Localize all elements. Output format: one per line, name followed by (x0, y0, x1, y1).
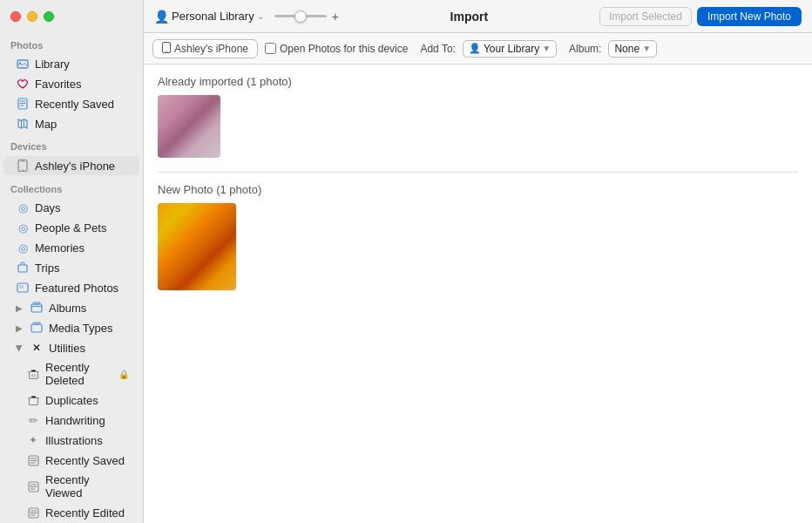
fullscreen-button[interactable] (44, 11, 54, 22)
library-dropdown[interactable]: 👤 Your Library ▼ (463, 40, 557, 58)
sidebar-item-people-pets[interactable]: ◎ People & Pets (3, 218, 139, 237)
sidebar-item-featured[interactable]: Featured Photos (3, 278, 139, 297)
new-photo-1[interactable] (158, 203, 236, 290)
svg-rect-11 (31, 324, 42, 332)
trips-label: Trips (35, 262, 59, 275)
open-photos-checkbox[interactable] (265, 43, 276, 54)
featured-label: Featured Photos (35, 282, 118, 295)
sidebar-item-days[interactable]: ◎ Days (3, 198, 139, 217)
album-dropdown-chevron: ▼ (642, 44, 651, 53)
recently-saved-label: Recently Saved (35, 98, 114, 111)
duplicates-icon (26, 393, 40, 407)
sidebar-item-recently-saved[interactable]: Recently Saved (3, 94, 139, 113)
recently-edited-icon (26, 506, 40, 520)
media-types-icon (30, 321, 44, 335)
sidebar-item-memories[interactable]: ◎ Memories (3, 238, 139, 257)
recently-viewed-icon (26, 479, 40, 493)
open-photos-checkbox-area[interactable]: Open Photos for this device (265, 43, 408, 55)
album-dropdown-value: None (614, 43, 639, 55)
traffic-lights (0, 0, 144, 33)
album-label: Album: (569, 43, 601, 55)
favorites-icon (16, 77, 30, 91)
recently-saved-util-label: Recently Saved (45, 454, 125, 467)
albums-label: Albums (49, 302, 86, 315)
people-pets-label: People & Pets (35, 221, 106, 234)
person-icon: 👤 (154, 10, 169, 24)
zoom-slider-area: + (274, 10, 339, 24)
recently-deleted-icon (26, 367, 40, 381)
sidebar-item-duplicates[interactable]: Duplicates (3, 391, 139, 410)
memories-label: Memories (35, 241, 85, 255)
import-new-button[interactable]: Import New Photo (697, 7, 802, 26)
favorites-label: Favorites (35, 78, 81, 91)
toolbar-left: 👤 Personal Library ⌄ + (154, 10, 339, 24)
sidebar-item-favorites[interactable]: Favorites (3, 74, 139, 93)
recently-saved-util-icon (26, 453, 40, 467)
sub-toolbar: Ashley's iPhone Open Photos for this dev… (144, 33, 812, 65)
zoom-slider-thumb[interactable] (294, 10, 307, 23)
svg-point-25 (166, 51, 166, 51)
utilities-expand-arrow: ▶ (15, 344, 24, 351)
sidebar-item-map[interactable]: Map (3, 114, 139, 133)
devices-section-label: Devices (0, 134, 143, 154)
map-label: Map (35, 118, 57, 131)
add-to-label: Add To: (420, 43, 455, 55)
albums-expand-arrow: ▶ (16, 303, 23, 313)
illustrations-label: Illustrations (45, 434, 103, 447)
svg-rect-10 (33, 302, 40, 304)
album-dropdown[interactable]: None ▼ (608, 40, 657, 58)
sidebar-item-illustrations[interactable]: ✦ Illustrations (3, 431, 139, 450)
library-person-icon: 👤 (469, 43, 481, 54)
open-photos-label: Open Photos for this device (280, 43, 408, 55)
new-photo-grid (158, 203, 798, 290)
library-dropdown-chevron: ▼ (542, 44, 551, 53)
collections-section-label: Collections (0, 177, 143, 197)
handwriting-label: Handwriting (45, 414, 105, 427)
recently-viewed-label: Recently Viewed (45, 473, 129, 499)
svg-rect-13 (29, 371, 37, 378)
import-selected-button[interactable]: Import Selected (599, 7, 692, 26)
svg-rect-6 (18, 265, 27, 272)
people-pets-icon: ◎ (16, 221, 30, 234)
sidebar-item-recently-viewed[interactable]: Recently Viewed (3, 471, 139, 502)
library-selector[interactable]: 👤 Personal Library ⌄ (154, 10, 264, 24)
utilities-icon: ✕ (30, 341, 44, 355)
sidebar-item-trips[interactable]: Trips (3, 258, 139, 277)
library-dropdown-value: Your Library (484, 43, 539, 55)
media-types-expand-arrow: ▶ (16, 323, 23, 333)
toolbar-buttons: Import Selected Import New Photo (599, 7, 802, 26)
recently-saved-icon (16, 97, 30, 111)
toolbar: 👤 Personal Library ⌄ + Import Import Sel… (144, 0, 812, 33)
sidebar-item-media-types[interactable]: ▶ Media Types (3, 318, 139, 337)
already-imported-photo-1[interactable] (158, 95, 220, 158)
section-divider (158, 172, 798, 173)
sidebar-item-iphone[interactable]: Ashley's iPhone (3, 156, 139, 175)
iphone-label: Ashley's iPhone (35, 160, 115, 173)
sidebar-item-recently-saved-util[interactable]: Recently Saved (3, 451, 139, 470)
duplicates-label: Duplicates (45, 394, 98, 407)
recently-deleted-label: Recently Deleted (45, 361, 113, 387)
svg-point-4 (22, 169, 24, 171)
device-tab[interactable]: Ashley's iPhone (152, 39, 258, 58)
sidebar-item-utilities[interactable]: ▶ ✕ Utilities (3, 338, 139, 357)
sidebar-item-library[interactable]: Library (3, 54, 139, 73)
days-label: Days (35, 201, 61, 214)
device-tab-icon (162, 42, 171, 56)
zoom-plus-icon[interactable]: + (332, 10, 339, 24)
main-content: Already imported (1 photo) New Photo (1 … (144, 65, 812, 523)
sidebar-item-recently-deleted[interactable]: Recently Deleted 🔒 (3, 358, 139, 390)
toolbar-title: Import (346, 10, 592, 24)
iphone-icon (16, 159, 30, 173)
zoom-slider-track[interactable] (274, 15, 327, 17)
featured-icon (16, 281, 30, 295)
photos-section-label: Photos (0, 33, 143, 53)
already-imported-grid (158, 95, 798, 158)
sidebar-item-recently-edited[interactable]: Recently Edited (3, 503, 139, 522)
close-button[interactable] (10, 11, 21, 22)
minimize-button[interactable] (27, 11, 37, 22)
sidebar-item-handwriting[interactable]: ✏ Handwriting (3, 411, 139, 430)
sidebar-item-albums[interactable]: ▶ Albums (3, 298, 139, 317)
lock-icon: 🔒 (118, 370, 129, 379)
library-name: Personal Library (172, 10, 254, 23)
utilities-label: Utilities (49, 342, 85, 355)
